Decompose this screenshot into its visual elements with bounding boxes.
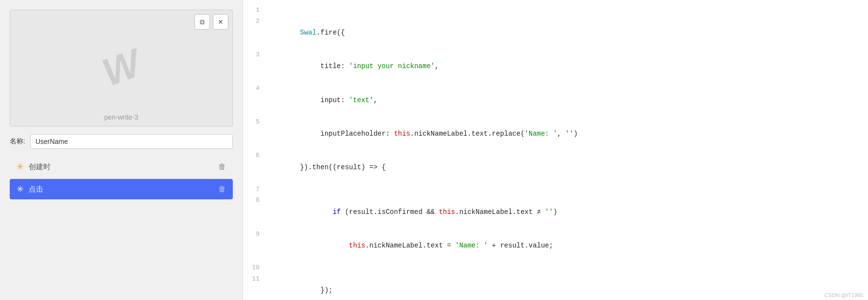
line-content-6: }).then((result) => { <box>267 151 868 183</box>
click-event-delete-icon[interactable]: 🗑 <box>218 185 226 194</box>
line-num-2: 2 <box>243 17 267 27</box>
name-row: 名称: <box>10 134 233 149</box>
line-num-10: 10 <box>243 263 267 273</box>
line-num-11: 11 <box>243 274 267 284</box>
footer-text: CSDN @IT1995 <box>824 292 863 298</box>
line-content-8: if (result.isConfirmed && this.nickNameL… <box>267 195 868 228</box>
close-button[interactable]: ✕ <box>213 14 228 30</box>
code-line-2: 2 Swal.fire({ <box>243 16 868 50</box>
line-num-9: 9 <box>243 229 267 240</box>
code-line-8: 8 if (result.isConfirmed && this.nickNam… <box>243 195 868 229</box>
line-num-7: 7 <box>243 185 267 195</box>
code-line-1: 1 <box>243 5 868 16</box>
click-event-label: 点击 <box>29 185 213 194</box>
code-line-9: 9 this.nickNameLabel.text = 'Name: ' + r… <box>243 229 868 263</box>
event-item-click[interactable]: ✳ 点击 🗑 <box>10 179 233 199</box>
code-line-7: 7 <box>243 184 868 195</box>
line-content-3: title: 'input your nickname', <box>267 50 868 83</box>
line-num-4: 4 <box>243 84 267 94</box>
line-num-1: 1 <box>243 5 267 16</box>
line-num-5: 5 <box>243 117 267 127</box>
line-content-11: }); <box>267 274 868 300</box>
code-container: 1 2 Swal.fire({ 3 title: 'input your nic… <box>243 5 868 300</box>
line-num-8: 8 <box>243 195 267 206</box>
footer: CSDN @IT1995 <box>824 292 863 298</box>
preview-label: pen-write-3 <box>104 113 138 121</box>
left-panel: W ⧉ ✕ pen-write-3 名称: ✳ 创建时 🗑 ✳ 点击 🗑 <box>0 0 243 300</box>
line-num-6: 6 <box>243 151 267 161</box>
preview-watermark: W <box>96 41 146 95</box>
preview-actions: ⧉ ✕ <box>194 14 228 30</box>
code-line-11: 11 }); <box>243 274 868 300</box>
code-line-5: 5 inputPlaceholder: this.nickNameLabel.t… <box>243 117 868 150</box>
create-event-delete-icon[interactable]: 🗑 <box>218 162 226 171</box>
line-content-4: input: 'text', <box>267 84 868 116</box>
create-event-label: 创建时 <box>29 162 213 172</box>
code-line-6: 6 }).then((result) => { <box>243 150 868 184</box>
event-item-create[interactable]: ✳ 创建时 🗑 <box>10 157 233 177</box>
line-num-3: 3 <box>243 50 267 60</box>
code-line-3: 3 title: 'input your nickname', <box>243 50 868 83</box>
name-label: 名称: <box>10 137 25 146</box>
click-event-icon: ✳ <box>17 184 24 194</box>
preview-box: W ⧉ ✕ pen-write-3 <box>10 10 233 126</box>
line-content-5: inputPlaceholder: this.nickNameLabel.tex… <box>267 117 868 150</box>
create-event-icon: ✳ <box>17 161 24 172</box>
line-content-2: Swal.fire({ <box>267 17 868 49</box>
code-editor[interactable]: 1 2 Swal.fire({ 3 title: 'input your nic… <box>243 0 868 300</box>
name-input[interactable] <box>30 134 233 149</box>
code-line-4: 4 input: 'text', <box>243 83 868 117</box>
code-line-10: 10 <box>243 263 868 274</box>
open-button[interactable]: ⧉ <box>194 14 210 30</box>
line-content-9: this.nickNameLabel.text = 'Name: ' + res… <box>267 229 868 262</box>
event-list: ✳ 创建时 🗑 ✳ 点击 🗑 <box>10 157 233 199</box>
